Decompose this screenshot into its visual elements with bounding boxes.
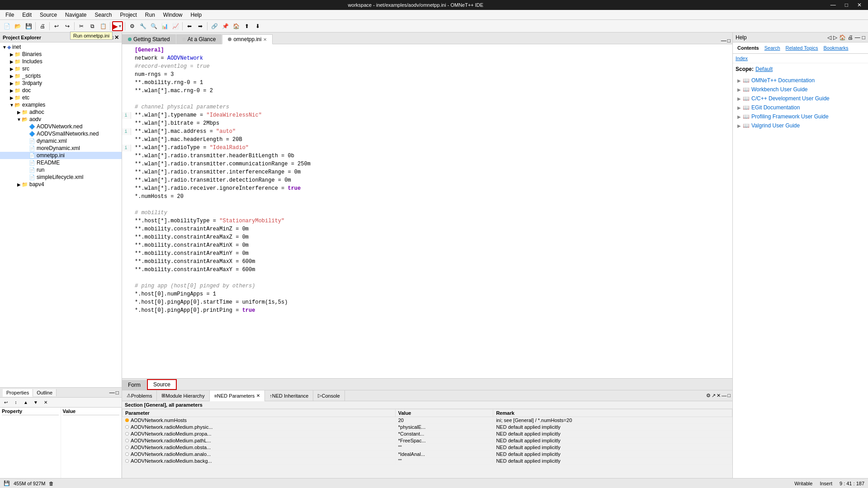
toolbar-btn7[interactable]: 🔧 xyxy=(138,21,148,31)
menu-run[interactable]: Run xyxy=(142,11,159,19)
tree-item-etc[interactable]: ▶ 📁 etc xyxy=(0,94,122,101)
toolbar-btn9[interactable]: 📊 xyxy=(160,21,170,31)
table-row[interactable]: AODVNetwork.radioMedium.propa... *Consta… xyxy=(123,431,732,437)
toolbar-undo[interactable]: ↩ xyxy=(52,21,61,31)
tree-item-dynamic-xml[interactable]: ▶ 📄 dynamic.xml xyxy=(0,137,122,145)
help-tab-search[interactable]: Search xyxy=(763,44,782,52)
menu-help[interactable]: Help xyxy=(187,11,206,19)
tree-item-includes[interactable]: ▶ 📁 Includes xyxy=(0,58,122,65)
tab-omnetpp-ini[interactable]: omnetpp.ini ✕ xyxy=(222,34,273,44)
btab-ned-parameters[interactable]: ≡ NED Parameters ✕ xyxy=(210,390,265,401)
minimize-button[interactable]: — xyxy=(828,2,839,8)
toolbar-new[interactable]: 📄 xyxy=(2,21,12,31)
btab-ctrl2[interactable]: ↗ xyxy=(712,393,716,399)
help-section-item[interactable]: ▶ 📖 C/C++ Development User Guide xyxy=(736,94,865,103)
btab-ctrl5[interactable]: □ xyxy=(727,393,731,399)
toolbar-print[interactable]: 🖨 xyxy=(38,21,47,31)
toolbar-redo[interactable]: ↪ xyxy=(62,21,72,31)
help-print[interactable]: 🖨 xyxy=(848,34,853,41)
menu-search[interactable]: Search xyxy=(91,11,115,19)
toolbar-btn6[interactable]: ⚙ xyxy=(127,21,137,31)
table-row[interactable]: AODVNetwork.numHosts 20 ini; see [Genera… xyxy=(123,417,732,424)
prop-toolbar-btn5[interactable]: ✕ xyxy=(41,398,51,408)
prop-toolbar-btn2[interactable]: ↕ xyxy=(11,398,21,408)
help-section-item[interactable]: ▶ 📖 Valgrind User Guide xyxy=(736,121,865,130)
help-nav-back[interactable]: ◁ xyxy=(827,34,831,41)
tab-getting-started[interactable]: Getting Started xyxy=(122,34,176,44)
tree-item-examples[interactable]: ▼ 📂 examples xyxy=(0,101,122,108)
toolbar-btn12[interactable]: ➡ xyxy=(195,21,205,31)
help-tab-bookmarks[interactable]: Bookmarks xyxy=(821,44,850,52)
tree-item-simplelifecycle[interactable]: ▶ 📄 simpleLifecycle.xml xyxy=(0,174,122,181)
btab-console[interactable]: ▷ Console xyxy=(313,390,344,401)
table-row[interactable]: AODVNetwork.radioMedium.backg... "" NED … xyxy=(123,458,732,465)
tree-item-adhoc[interactable]: ▶ 📁 adhoc xyxy=(0,108,122,116)
toolbar-btn11[interactable]: ⬅ xyxy=(184,21,194,31)
toolbar-btn13[interactable]: 🔗 xyxy=(209,21,219,31)
tree-item-moredynamic-xml[interactable]: ▶ 📄 moreDynamic.xml xyxy=(0,145,122,152)
tree-item-run[interactable]: ▶ 📄 run xyxy=(0,166,122,174)
prop-toolbar-btn3[interactable]: ▲ xyxy=(21,398,31,408)
pe-close-icon[interactable]: ✕ xyxy=(114,34,119,41)
toolbar-cut[interactable]: ✂ xyxy=(76,21,86,31)
toolbar-btn8[interactable]: 🔍 xyxy=(149,21,159,31)
help-home[interactable]: 🏠 xyxy=(839,34,846,41)
btab-ctrl4[interactable]: — xyxy=(722,393,726,399)
toolbar-btn10[interactable]: 📈 xyxy=(170,21,180,31)
tree-item-inet[interactable]: ▼ ◆ inet xyxy=(0,43,122,51)
editor-min-icon[interactable]: — xyxy=(721,38,726,44)
close-button[interactable]: ✕ xyxy=(854,2,864,8)
help-min[interactable]: — xyxy=(855,34,860,41)
code-editor[interactable]: [General] network = AODVNetwork #record-… xyxy=(122,44,732,378)
menu-file[interactable]: File xyxy=(2,11,18,19)
btab-ctrl3[interactable]: ✕ xyxy=(717,393,721,399)
tree-item-aodvnetwork-ned[interactable]: ▶ 🔷 AODVNetwork.ned xyxy=(0,123,122,130)
btab-ctrl1[interactable]: ⚙ xyxy=(706,393,711,399)
tree-item-doc[interactable]: ▶ 📁 doc xyxy=(0,87,122,94)
toolbar-save[interactable]: 💾 xyxy=(24,21,33,31)
toolbar-btn16[interactable]: ⬆ xyxy=(242,21,252,31)
toolbar-btn17[interactable]: ⬇ xyxy=(253,21,263,31)
table-row[interactable]: AODVNetwork.radioMedium.analo... *IdealA… xyxy=(123,451,732,458)
table-row[interactable]: AODVNetwork.radioMedium.pathL... *FreeSp… xyxy=(123,437,732,444)
tree-item-aodv[interactable]: ▼ 📂 aodv xyxy=(0,116,122,123)
table-row[interactable]: AODVNetwork.radioMedium.obsta... "" NED … xyxy=(123,444,732,451)
menu-source[interactable]: Source xyxy=(36,11,61,19)
tab-source[interactable]: Source xyxy=(147,379,177,390)
toolbar-btn14[interactable]: 📌 xyxy=(220,21,230,31)
tree-item-3rdparty[interactable]: ▶ 📁 3rdparty xyxy=(0,80,122,87)
toolbar-copy[interactable]: ⧉ xyxy=(87,21,97,31)
toolbar-open[interactable]: 📂 xyxy=(13,21,23,31)
tab-at-a-glance[interactable]: At a Glance xyxy=(176,34,222,44)
help-section-item[interactable]: ▶ 📖 Workbench User Guide xyxy=(736,85,865,94)
help-section-item[interactable]: ▶ 📖 OMNeT++ Documentation xyxy=(736,76,865,85)
menu-window[interactable]: Window xyxy=(160,11,186,19)
help-tab-contents[interactable]: Contents xyxy=(736,44,761,52)
btab-ned-inheritance[interactable]: ↑ NED Inheritance xyxy=(265,390,313,401)
help-tab-related[interactable]: Related Topics xyxy=(784,44,820,52)
tree-item-omnetpp-ini[interactable]: ▶ 📄 omnetpp.ini xyxy=(0,152,122,159)
tree-item-aodvsmall-ned[interactable]: ▶ 🔷 AODVSmallNetworks.ned xyxy=(0,130,122,137)
btab-problems[interactable]: ⚠ Problems xyxy=(122,390,157,401)
tree-item-scripts[interactable]: ▶ 📁 _scripts xyxy=(0,72,122,80)
maximize-button[interactable]: □ xyxy=(842,2,851,8)
scope-value[interactable]: Default xyxy=(755,66,773,72)
prop-toolbar-btn4[interactable]: ▼ xyxy=(31,398,41,408)
menu-project[interactable]: Project xyxy=(116,11,140,19)
help-index-link[interactable]: Index xyxy=(736,56,748,61)
prop-toolbar-btn1[interactable]: ↩ xyxy=(1,398,11,408)
tree-item-bapv4[interactable]: ▶ 📁 bapv4 xyxy=(0,181,122,188)
menu-navigate[interactable]: Navigate xyxy=(61,11,90,19)
tree-item-src[interactable]: ▶ 📁 src xyxy=(0,65,122,72)
tab-close-omnetpp[interactable]: ✕ xyxy=(263,37,267,42)
prop-min-icon[interactable]: — xyxy=(109,389,115,396)
tab-form[interactable]: Form xyxy=(122,380,146,390)
toolbar-btn15[interactable]: 🏠 xyxy=(231,21,241,31)
toolbar-paste[interactable]: 📋 xyxy=(98,21,108,31)
help-nav-fwd[interactable]: ▷ xyxy=(833,34,837,41)
help-section-item[interactable]: ▶ 📖 EGit Documentation xyxy=(736,103,865,112)
help-section-item[interactable]: ▶ 📖 Profiling Framework User Guide xyxy=(736,112,865,121)
editor-max-icon[interactable]: □ xyxy=(727,38,731,44)
tree-item-readme[interactable]: ▶ 📄 README xyxy=(0,159,122,166)
ned-params-close-icon[interactable]: ✕ xyxy=(256,393,260,398)
